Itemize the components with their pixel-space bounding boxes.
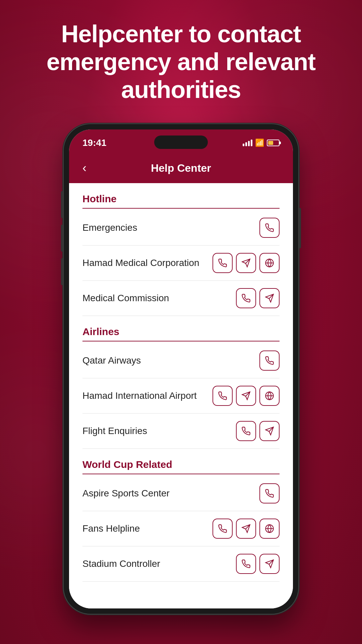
globe-btn-hamad-airport[interactable] xyxy=(259,386,280,406)
section-title-world-cup: World Cup Related xyxy=(82,459,280,474)
dynamic-island xyxy=(154,136,208,149)
list-item-hamad-airport: Hamad International Airport xyxy=(82,378,280,414)
section-title-hotline: Hotline xyxy=(82,193,280,209)
status-time: 19:41 xyxy=(82,138,107,148)
section-title-airlines: Airlines xyxy=(82,326,280,341)
item-label-hamad-medical: Hamad Medical Corporation xyxy=(82,258,199,268)
status-icons: 📶 xyxy=(243,139,280,147)
nav-bar: ‹ Help Center xyxy=(69,153,293,183)
phone-btn-aspire-sports[interactable] xyxy=(259,483,280,503)
phone-btn-hamad-medical[interactable] xyxy=(213,253,233,273)
list-item-qatar-airways: Qatar Airways xyxy=(82,343,280,378)
action-icons-flight-enquiries xyxy=(236,421,280,441)
list-item-aspire-sports: Aspire Sports Center xyxy=(82,476,280,511)
action-icons-hamad-airport xyxy=(213,386,280,406)
send-btn-hamad-airport[interactable] xyxy=(236,386,256,406)
back-button[interactable]: ‹ xyxy=(82,161,99,175)
phone-btn-hamad-airport[interactable] xyxy=(213,386,233,406)
content-area: HotlineEmergenciesHamad Medical Corporat… xyxy=(69,183,293,608)
action-icons-stadium-controller xyxy=(236,554,280,574)
send-btn-fans-helpline[interactable] xyxy=(236,519,256,539)
globe-btn-fans-helpline[interactable] xyxy=(259,519,280,539)
phone-btn-medical-commission[interactable] xyxy=(236,288,256,308)
send-btn-stadium-controller[interactable] xyxy=(259,554,280,574)
item-label-flight-enquiries: Flight Enquiries xyxy=(82,426,147,436)
signal-icon xyxy=(243,140,252,146)
item-label-hamad-airport: Hamad International Airport xyxy=(82,390,197,401)
send-btn-hamad-medical[interactable] xyxy=(236,253,256,273)
item-label-emergencies: Emergencies xyxy=(82,222,137,233)
list-item-stadium-controller: Stadium Controller xyxy=(82,546,280,582)
globe-btn-hamad-medical[interactable] xyxy=(259,253,280,273)
phone-screen: 19:41 📶 ‹ Help Center xyxy=(69,129,293,608)
phone-btn-flight-enquiries[interactable] xyxy=(236,421,256,441)
action-icons-medical-commission xyxy=(236,288,280,308)
item-label-fans-helpline: Fans Helpline xyxy=(82,523,140,534)
list-item-medical-commission: Medical Commission xyxy=(82,281,280,316)
list-item-emergencies: Emergencies xyxy=(82,210,280,246)
phone-btn-emergencies[interactable] xyxy=(259,218,280,238)
phone-btn-qatar-airways[interactable] xyxy=(259,351,280,371)
action-icons-fans-helpline xyxy=(213,519,280,539)
send-btn-flight-enquiries[interactable] xyxy=(259,421,280,441)
nav-title: Help Center xyxy=(151,162,211,174)
phone-btn-fans-helpline[interactable] xyxy=(213,519,233,539)
list-item-flight-enquiries: Flight Enquiries xyxy=(82,414,280,449)
phone-frame: 19:41 📶 ‹ Help Center xyxy=(64,124,298,614)
item-label-qatar-airways: Qatar Airways xyxy=(82,355,141,366)
item-label-aspire-sports: Aspire Sports Center xyxy=(82,488,170,499)
phone-btn-stadium-controller[interactable] xyxy=(236,554,256,574)
hero-title: Helpcenter to contact emergency and rele… xyxy=(27,20,335,103)
send-btn-medical-commission[interactable] xyxy=(259,288,280,308)
list-item-hamad-medical: Hamad Medical Corporation xyxy=(82,246,280,281)
hero-section: Helpcenter to contact emergency and rele… xyxy=(0,20,362,103)
action-icons-emergencies xyxy=(259,218,280,238)
action-icons-aspire-sports xyxy=(259,483,280,503)
wifi-icon: 📶 xyxy=(255,139,264,147)
phone-container: 19:41 📶 ‹ Help Center xyxy=(64,124,298,614)
status-bar: 19:41 📶 xyxy=(69,129,293,153)
list-item-fans-helpline: Fans Helpline xyxy=(82,511,280,546)
item-label-medical-commission: Medical Commission xyxy=(82,293,169,304)
item-label-stadium-controller: Stadium Controller xyxy=(82,558,160,569)
action-icons-qatar-airways xyxy=(259,351,280,371)
action-icons-hamad-medical xyxy=(213,253,280,273)
battery-icon xyxy=(267,140,280,146)
